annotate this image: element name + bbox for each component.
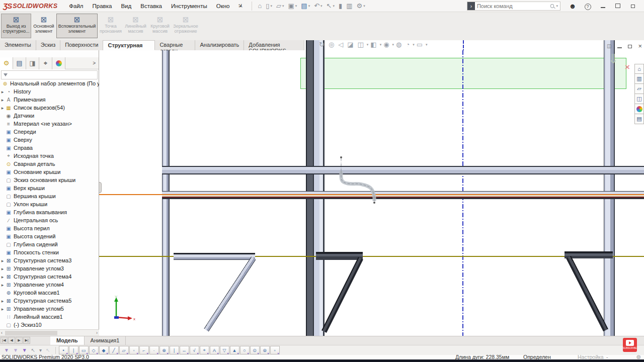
menu-item-1[interactable]: Правка [88, 1, 117, 11]
design-library-icon[interactable]: ▥ [634, 74, 644, 84]
filter-axes[interactable]: ╱ [109, 346, 119, 354]
configurationmanager-tab[interactable]: ◨ [26, 57, 39, 69]
tab-5[interactable]: Анализировать [195, 40, 244, 50]
horizontal-beam[interactable] [162, 191, 644, 199]
expander-icon[interactable]: ▶ [0, 259, 5, 262]
bench-seat-beam[interactable] [316, 252, 363, 260]
options-gear-icon[interactable]: ⚙▾ [354, 2, 367, 10]
model-tab-0[interactable]: Модель [50, 336, 85, 345]
filter-centerlines[interactable]: ∣ [170, 346, 179, 354]
filter-blocks[interactable]: ▫ [270, 346, 280, 354]
tree-item-22[interactable]: ▶⊞Управление углом3 [0, 264, 99, 273]
dropdown-icon[interactable]: ▾ [320, 4, 323, 8]
properties-icon[interactable]: ▥ [344, 2, 354, 10]
expander-icon[interactable]: ▶ [0, 275, 5, 279]
search-dropdown-icon[interactable]: ▾ [556, 4, 558, 8]
filter-active-icon[interactable]: ▼ [20, 347, 29, 353]
apply-scene-icon[interactable]: ◔ [404, 41, 412, 48]
menu-item-4[interactable]: Инструменты [167, 1, 212, 11]
open-icon[interactable]: ▱▾ [274, 2, 286, 10]
bench-brace-beam[interactable] [204, 257, 256, 332]
clear-filter-icon[interactable]: ▼ [11, 347, 20, 353]
filter-geometric-tolerances[interactable]: ⌖ [200, 346, 209, 354]
filter-notes[interactable]: A [210, 346, 219, 354]
filter-midpoints[interactable]: · [149, 346, 159, 354]
tree-item-27[interactable]: ▶⊞Управление углом5 [0, 305, 99, 313]
appearances-icon[interactable] [634, 104, 644, 114]
dropdown-icon[interactable]: ▾ [426, 43, 428, 47]
doc-split-icon[interactable]: ◫ [607, 43, 611, 49]
filter-surface-finish[interactable]: √ [190, 346, 199, 354]
sketch-spline-tube[interactable] [320, 146, 391, 211]
expander-icon[interactable]: ▶ [0, 98, 5, 102]
tree-item-29[interactable]: ▢(-) Эскиз10 [0, 321, 99, 329]
expander-icon[interactable]: ▶ [0, 106, 5, 110]
save-icon[interactable]: ▣▾ [286, 2, 299, 10]
filter-sketch-segments[interactable]: ⌐ [139, 346, 149, 354]
tab-nav-3[interactable]: ▶| [23, 337, 30, 344]
tab-nav-2[interactable]: ▶ [16, 337, 23, 344]
search-input[interactable] [475, 3, 550, 9]
help-icon[interactable]: ? [581, 3, 594, 10]
tree-item-10[interactable]: ▣Основание крыши [0, 168, 99, 176]
horizontal-beam[interactable] [162, 166, 644, 174]
select-icon[interactable]: ↖▾ [325, 2, 337, 10]
tree-item-25[interactable]: ⊛Круговой массив1 [0, 289, 99, 297]
filter-dimensions[interactable]: ↔ [180, 346, 189, 354]
tree-item-23[interactable]: ▶⊠Структурная система4 [0, 273, 99, 281]
tree-root[interactable]: ⊛ Начальный набор элементов (По умо [0, 79, 99, 87]
resources-home-icon[interactable]: ⌂ [634, 64, 644, 74]
dropdown-icon[interactable]: ▾ [282, 4, 284, 8]
scroll-right-icon[interactable]: › [96, 330, 98, 335]
ribbon-button-2[interactable]: ⊠Вспомогательныйэлемент [56, 14, 98, 38]
select-cursor-icon[interactable]: ↖ [29, 347, 37, 353]
minimize-button[interactable] [596, 3, 609, 10]
dropdown-icon[interactable]: ▾ [308, 4, 310, 8]
tree-item-11[interactable]: ▢Эскиз основания крыши [0, 176, 99, 184]
filter-edges[interactable]: ∣ [69, 346, 78, 354]
ribbon-button-0[interactable]: ⊠Выход изструктурно... [1, 14, 31, 38]
expander-icon[interactable]: ▶ [0, 307, 5, 311]
filter-weld-symbols[interactable]: ▲ [230, 346, 239, 354]
featuremanager-tab[interactable]: ⚙ [0, 57, 13, 69]
tab-2[interactable]: Поверхности [60, 40, 103, 50]
bench-brace-beam[interactable] [566, 256, 608, 331]
maximize-button[interactable] [611, 3, 624, 10]
tree-item-21[interactable]: ▶⊠Структурная система3 [0, 256, 99, 264]
filter-solid-bodies[interactable]: ◆ [99, 346, 109, 354]
tree-item-13[interactable]: ▢Вершина крыши [0, 192, 99, 200]
tab-0[interactable]: Элементы [0, 40, 36, 50]
tree-item-15[interactable]: ▣Глубина вкапывания [0, 208, 99, 216]
tree-item-28[interactable]: ∷Линейный массив1 [0, 313, 99, 321]
tree-item-19[interactable]: ▢Глубина сидений [0, 240, 99, 248]
previous-view-icon[interactable]: ◁ [336, 41, 345, 48]
pin-icon[interactable]: ✈ [233, 0, 248, 13]
tree-item-0[interactable]: ▶◔History [0, 87, 99, 96]
tab-6[interactable]: Добавления SOLIDWORKS [244, 40, 304, 50]
tree-item-2[interactable]: ▶▦Список вырезов(54) [0, 104, 99, 112]
tab-4[interactable]: Сварные детали [155, 40, 195, 50]
section-view-icon[interactable]: ◪ [345, 41, 355, 48]
tree-item-26[interactable]: ▶⊠Структурная система5 [0, 297, 99, 305]
tree-item-4[interactable]: ≡Материал <не указан> [0, 120, 99, 128]
scrollbar-thumb[interactable] [5, 331, 57, 335]
bench-brace-beam[interactable] [321, 257, 363, 333]
displaymanager-tab[interactable] [52, 57, 65, 69]
view-orientation-icon[interactable]: ◫ [356, 41, 366, 48]
filter-surface-bodies[interactable]: ◇ [89, 346, 99, 354]
tree-item-18[interactable]: ▣Высота сидений [0, 232, 99, 240]
view-settings-icon[interactable]: ▭ [415, 41, 425, 48]
tree-item-3[interactable]: ◉Датчики [0, 112, 99, 120]
close-button[interactable]: × [641, 2, 644, 10]
dropdown-icon[interactable]: ▾ [295, 4, 297, 8]
tree-item-20[interactable]: ▣Плоскость стенки [0, 248, 99, 256]
subscribe-overlay[interactable]: SUBSCRIBE [623, 338, 637, 352]
scroll-left-icon[interactable]: ‹ [1, 330, 3, 335]
select-dropdown-icon[interactable]: ▾ [37, 347, 44, 353]
tree-item-5[interactable]: ▣Спереди [0, 128, 99, 136]
doc-close-button[interactable]: × [638, 42, 642, 50]
filter-routing-points[interactable]: ⊚ [260, 346, 270, 354]
tree-item-9[interactable]: ⊙Сварная деталь [0, 160, 99, 168]
panel-tabs-expand-icon[interactable]: > [93, 60, 99, 66]
home-icon[interactable]: ⌂ [256, 2, 264, 10]
